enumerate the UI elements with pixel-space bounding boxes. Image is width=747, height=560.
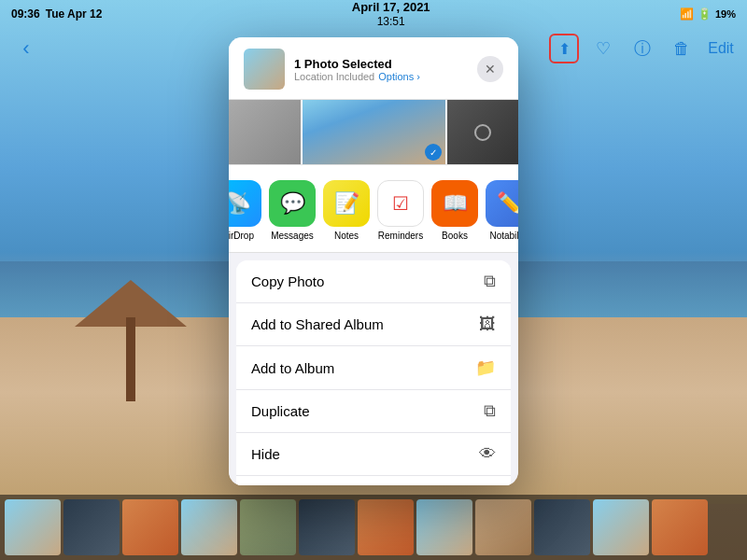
sheet-title: 1 Photo Selected	[294, 57, 420, 71]
sheet-subtitle: Location Included Options ›	[294, 71, 420, 82]
modal-overlay: 1 Photo Selected Location Included Optio…	[0, 0, 747, 560]
hide-icon: 👁	[479, 444, 496, 464]
app-icon-notability[interactable]: ✏️ Notability	[486, 180, 518, 241]
menu-item-duplicate[interactable]: Duplicate ⧉	[236, 390, 511, 433]
menu-items: Copy Photo ⧉ Add to Shared Album 🖼 Add t…	[236, 260, 511, 485]
shared-album-icon: 🖼	[479, 315, 496, 334]
share-sheet: 1 Photo Selected Location Included Optio…	[229, 37, 518, 485]
options-link[interactable]: Options ›	[378, 71, 420, 82]
menu-item-add-album[interactable]: Add to Album 📁	[236, 346, 511, 390]
copy-icon: ⧉	[484, 272, 496, 291]
menu-item-slideshow[interactable]: Slideshow ▶	[236, 476, 511, 485]
photo-thumbnail	[244, 49, 285, 90]
album-icon: 📁	[475, 357, 496, 378]
app-icons-row: 📡 AirDrop 💬 Messages 📝 Notes ☑	[229, 165, 518, 253]
close-button[interactable]: ✕	[477, 56, 503, 82]
duplicate-icon: ⧉	[484, 401, 496, 421]
menu-item-hide[interactable]: Hide 👁	[236, 433, 511, 476]
preview-thumb-1	[229, 100, 301, 164]
app-icon-books[interactable]: 📖 Books	[431, 180, 478, 241]
app-icon-reminders[interactable]: ☑ Reminders	[377, 180, 424, 241]
menu-item-add-shared-album[interactable]: Add to Shared Album 🖼	[236, 303, 511, 346]
sheet-title-block: 1 Photo Selected Location Included Optio…	[294, 57, 420, 82]
menu-item-copy-photo[interactable]: Copy Photo ⧉	[236, 260, 511, 303]
preview-thumb-2: ✓	[303, 100, 445, 164]
preview-thumb-3	[447, 100, 519, 164]
sheet-header-left: 1 Photo Selected Location Included Optio…	[244, 49, 420, 90]
sheet-header: 1 Photo Selected Location Included Optio…	[229, 37, 518, 100]
app-icon-notes[interactable]: 📝 Notes	[323, 180, 370, 241]
app-icon-airdrop[interactable]: 📡 AirDrop	[229, 180, 261, 241]
app-icon-messages[interactable]: 💬 Messages	[269, 180, 316, 241]
